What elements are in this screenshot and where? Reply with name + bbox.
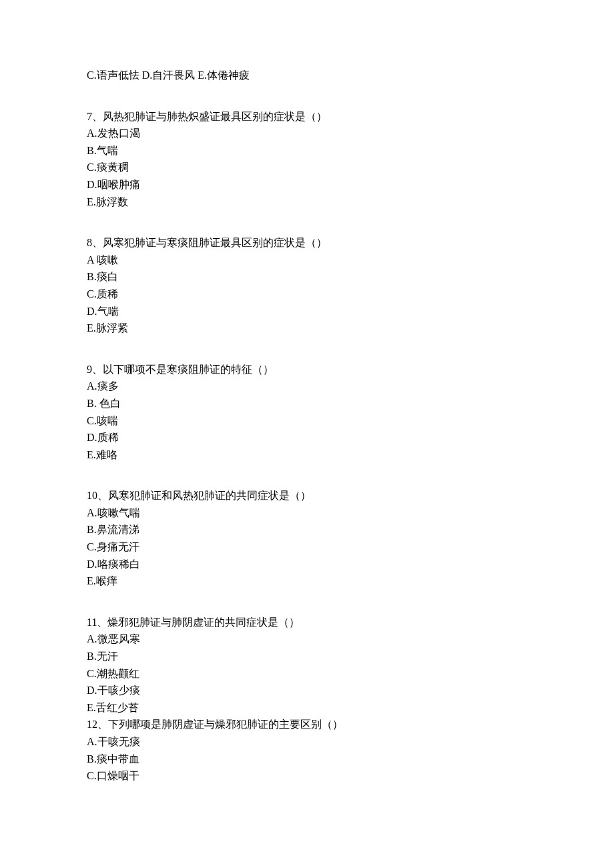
q11-opt-c: C.潮热颧红 [87, 665, 527, 683]
q8-opt-e: E.脉浮紧 [87, 320, 527, 337]
q10-stem: 10、风寒犯肺证和风热犯肺证的共同症状是（） [87, 487, 527, 504]
q12-opt-b: B.痰中带血 [87, 751, 527, 768]
question-12: 12、下列哪项是肺阴虚证与燥邪犯肺证的主要区别（） A.干咳无痰 B.痰中带血 … [87, 716, 527, 784]
q12-opt-a: A.干咳无痰 [87, 733, 527, 751]
q9-stem: 9、以下哪项不是寒痰阻肺证的特征（） [87, 361, 527, 378]
q7-opt-d: D.咽喉肿痛 [87, 176, 527, 193]
q8-opt-a: A 咳嗽 [87, 252, 527, 269]
q9-opt-d: D.质稀 [87, 429, 527, 446]
question-11: 11、燥邪犯肺证与肺阴虚证的共同症状是（） A.微恶风寒 B.无汗 C.潮热颧红… [87, 614, 527, 717]
q9-opt-c: C.咳喘 [87, 412, 527, 430]
q8-opt-d: D.气喘 [87, 303, 527, 320]
q7-opt-b: B.气喘 [87, 142, 527, 159]
question-6-tail: C.语声低怯 D.自汗畏风 E.体倦神疲 [87, 67, 527, 84]
q9-opt-e: E.难咯 [87, 446, 527, 464]
q10-opt-d: D.咯痰稀白 [87, 556, 527, 573]
document-page: C.语声低怯 D.自汗畏风 E.体倦神疲 7、风热犯肺证与肺热炽盛证最具区别的症… [0, 0, 614, 851]
q7-stem: 7、风热犯肺证与肺热炽盛证最具区别的症状是（） [87, 108, 527, 125]
q8-opt-c: C.质稀 [87, 286, 527, 303]
q10-opt-c: C.身痛无汗 [87, 538, 527, 556]
question-10: 10、风寒犯肺证和风热犯肺证的共同症状是（） A.咳嗽气喘 B.鼻流清涕 C.身… [87, 487, 527, 590]
q11-opt-b: B.无汗 [87, 648, 527, 665]
q6-options-tail: C.语声低怯 D.自汗畏风 E.体倦神疲 [87, 67, 527, 84]
question-8: 8、风寒犯肺证与寒痰阻肺证最具区别的症状是（） A 咳嗽 B.痰白 C.质稀 D… [87, 234, 527, 337]
q11-opt-d: D.干咳少痰 [87, 682, 527, 699]
q10-opt-a: A.咳嗽气喘 [87, 504, 527, 522]
q7-opt-a: A.发热口渴 [87, 125, 527, 142]
q9-opt-b: B. 色白 [87, 395, 527, 412]
q10-opt-e: E.喉痒 [87, 572, 527, 590]
q12-opt-c: C.口燥咽干 [87, 767, 527, 785]
q10-opt-b: B.鼻流清涕 [87, 521, 527, 538]
question-9: 9、以下哪项不是寒痰阻肺证的特征（） A.痰多 B. 色白 C.咳喘 D.质稀 … [87, 361, 527, 464]
question-7: 7、风热犯肺证与肺热炽盛证最具区别的症状是（） A.发热口渴 B.气喘 C.痰黄… [87, 108, 527, 211]
q8-stem: 8、风寒犯肺证与寒痰阻肺证最具区别的症状是（） [87, 234, 527, 252]
q9-opt-a: A.痰多 [87, 378, 527, 395]
q11-stem: 11、燥邪犯肺证与肺阴虚证的共同症状是（） [87, 614, 527, 631]
q8-opt-b: B.痰白 [87, 268, 527, 286]
q12-stem: 12、下列哪项是肺阴虚证与燥邪犯肺证的主要区别（） [87, 716, 527, 733]
q7-opt-e: E.脉浮数 [87, 193, 527, 211]
q11-opt-a: A.微恶风寒 [87, 630, 527, 648]
q11-opt-e: E.舌红少苔 [87, 699, 527, 717]
q7-opt-c: C.痰黄稠 [87, 159, 527, 176]
